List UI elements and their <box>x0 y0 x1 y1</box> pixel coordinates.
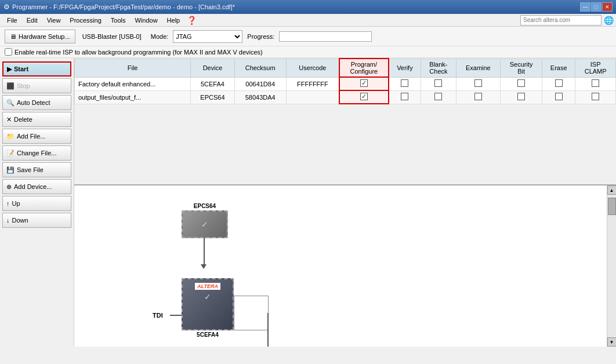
start-icon: ▶ <box>7 65 12 73</box>
col-checksum: Checksum <box>234 59 286 77</box>
search-globe-icon: 🌐 <box>604 16 614 25</box>
menu-tools[interactable]: Tools <box>106 16 131 25</box>
auto-detect-icon: 🔍 <box>6 99 15 107</box>
table-row: output_files/output_f... EPCS64 58043DA4 <box>75 90 616 104</box>
menu-file[interactable]: File <box>2 16 22 25</box>
hardware-setup-button[interactable]: 🖥 Hardware Setup... <box>5 30 75 43</box>
row2-program[interactable] <box>339 90 388 104</box>
delete-icon: ✕ <box>6 116 12 123</box>
save-file-button[interactable]: 💾 Save File <box>2 162 71 177</box>
row1-usercode: FFFFFFFF <box>286 77 339 90</box>
row1-erase-checkbox[interactable] <box>555 79 563 87</box>
5cefa4-checkmark: ✓ <box>204 292 211 301</box>
add-file-button[interactable]: 📁 Add File... <box>2 129 71 144</box>
row1-isp-checkbox[interactable] <box>592 79 599 87</box>
5cefa4-label: 5CEFA4 <box>182 332 234 338</box>
col-verify: Verify <box>389 59 421 77</box>
row1-security-checkbox[interactable] <box>517 79 525 87</box>
down-button[interactable]: ↓ Down <box>2 213 71 228</box>
row2-examine[interactable] <box>456 90 500 104</box>
change-file-icon: 📝 <box>6 150 15 157</box>
menu-window[interactable]: Window <box>130 16 162 25</box>
isp-checkbox[interactable] <box>5 48 12 56</box>
row1-verify[interactable] <box>389 77 421 90</box>
scroll-up-button[interactable]: ▲ <box>607 185 617 195</box>
col-device: Device <box>191 59 235 77</box>
col-security-bit: SecurityBit <box>501 59 542 77</box>
auto-detect-button[interactable]: 🔍 Auto Detect <box>2 95 71 110</box>
stop-button[interactable]: ⬛ Stop <box>2 78 71 93</box>
row1-blank-check[interactable] <box>421 77 456 90</box>
up-button[interactable]: ↑ Up <box>2 196 71 211</box>
row2-usercode <box>286 90 339 104</box>
table-row: Factory default enhanced... 5CEFA4 00641… <box>75 77 616 90</box>
mode-select[interactable]: JTAG Passive Serial Active Serial <box>173 30 242 43</box>
progress-bar <box>279 31 372 42</box>
row2-checksum: 58043DA4 <box>234 90 286 104</box>
usb-blaster-label: USB-Blaster [USB-0] <box>82 33 142 40</box>
title-text: Programmer - F:/FPGA/FpgaProject/FpgaTes… <box>12 3 580 10</box>
col-program-configure: Program/Configure <box>339 59 388 77</box>
isp-row: Enable real-time ISP to allow background… <box>0 46 616 58</box>
menu-processing[interactable]: Processing <box>65 16 106 25</box>
menu-edit[interactable]: Edit <box>22 16 42 25</box>
row2-examine-checkbox[interactable] <box>474 93 482 100</box>
hardware-icon: 🖥 <box>10 33 16 40</box>
titlebar: ⚙ Programmer - F:/FPGA/FpgaProject/FpgaT… <box>0 0 616 14</box>
row1-program-checkbox[interactable] <box>360 79 368 87</box>
scroll-thumb[interactable] <box>608 198 616 215</box>
row1-verify-checkbox[interactable] <box>401 79 408 87</box>
row2-isp-checkbox[interactable] <box>592 93 599 100</box>
mode-label: Mode: <box>151 33 169 40</box>
toolbar: 🖥 Hardware Setup... USB-Blaster [USB-0] … <box>0 27 616 46</box>
scroll-track <box>608 195 616 337</box>
epcs64-device: EPCS64 ✓ <box>182 203 228 238</box>
row2-erase[interactable] <box>542 90 575 104</box>
row1-security-bit[interactable] <box>501 77 542 90</box>
row1-checksum: 00641D84 <box>234 77 286 90</box>
row1-program[interactable] <box>339 77 388 90</box>
row1-blank-check-checkbox[interactable] <box>434 79 442 87</box>
row2-security-bit[interactable] <box>501 90 542 104</box>
row2-erase-checkbox[interactable] <box>555 93 563 100</box>
search-input[interactable] <box>520 15 601 26</box>
epcs64-checkmark: ✓ <box>201 220 208 229</box>
delete-button[interactable]: ✕ Delete <box>2 112 71 127</box>
menu-view[interactable]: View <box>42 16 66 25</box>
add-device-button[interactable]: ⊕ Add Device... <box>2 179 71 194</box>
row1-isp-clamp[interactable] <box>575 77 616 90</box>
close-button[interactable]: ✕ <box>602 2 613 12</box>
row2-program-checkbox[interactable] <box>360 93 368 100</box>
start-button[interactable]: ▶ Start <box>2 61 71 77</box>
diagram-canvas: EPCS64 ✓ TDI ALTERA ✓ <box>74 185 607 347</box>
row2-verify[interactable] <box>389 90 421 104</box>
epcs64-to-5cefa4-arrow <box>204 238 205 267</box>
row1-device: 5CEFA4 <box>191 77 235 90</box>
row2-blank-check[interactable] <box>421 90 456 104</box>
save-file-icon: 💾 <box>6 166 15 174</box>
menu-help[interactable]: Help <box>162 16 185 25</box>
row1-examine[interactable] <box>456 77 500 90</box>
change-file-button[interactable]: 📝 Change File... <box>2 145 71 161</box>
scroll-down-button[interactable]: ▼ <box>607 337 617 347</box>
help-icon: ❓ <box>187 16 197 25</box>
row1-examine-checkbox[interactable] <box>474 79 482 87</box>
arrow-head-down <box>201 264 206 269</box>
row2-blank-check-checkbox[interactable] <box>434 93 442 100</box>
row1-erase[interactable] <box>542 77 575 90</box>
minimize-button[interactable]: — <box>580 2 590 12</box>
add-file-icon: 📁 <box>6 133 15 140</box>
maximize-button[interactable]: □ <box>591 2 601 12</box>
table-area: File Device Checksum Usercode Program/Co… <box>74 58 616 185</box>
window-controls: — □ ✕ <box>580 2 613 12</box>
row2-isp-clamp[interactable] <box>575 90 616 104</box>
row2-security-checkbox[interactable] <box>517 93 525 100</box>
row2-device: EPCS64 <box>191 90 235 104</box>
col-blank-check: Blank-Check <box>421 59 456 77</box>
row2-file: output_files/output_f... <box>75 90 191 104</box>
app-icon: ⚙ <box>3 3 10 11</box>
5cefa4-device: ALTERA ✓ 5CEFA4 <box>182 278 234 330</box>
diagram-area: ▲ ▼ EPCS64 ✓ TDI <box>74 185 616 347</box>
epcs64-label: EPCS64 <box>182 203 228 209</box>
row2-verify-checkbox[interactable] <box>401 93 408 100</box>
